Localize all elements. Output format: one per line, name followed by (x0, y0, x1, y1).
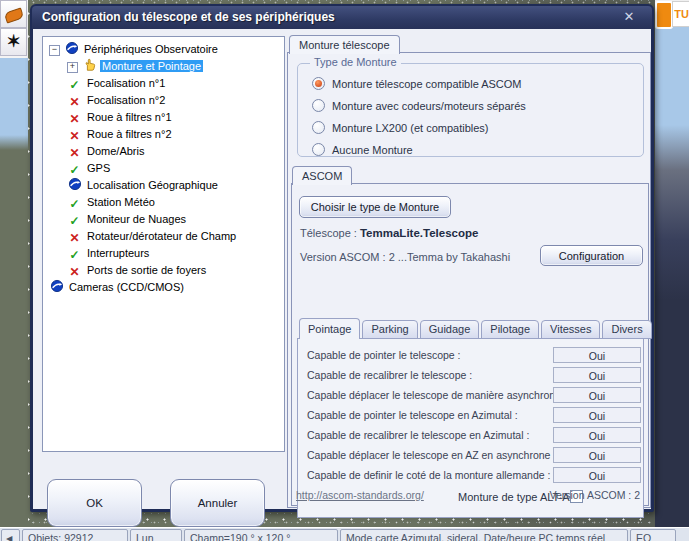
monture-telescope-page: Type de Monture Monture télescope compat… (287, 52, 651, 508)
capability-value: Oui (553, 367, 641, 383)
cross-icon: ✕ (69, 146, 79, 160)
capability-label: Capable de pointer le telescope en Azimu… (307, 409, 518, 421)
capability-tabs: PointageParkingGuidagePilotageVitessesDi… (299, 318, 654, 338)
tree-item-label: Monture et Pointage (100, 60, 203, 72)
configuration-button[interactable]: Configuration (540, 245, 643, 266)
ascom-standards-link[interactable]: http://ascom-standards.org/ (296, 489, 424, 501)
cross-icon: ✕ (69, 265, 79, 279)
tree-item[interactable]: ✕Dome/Abris (43, 143, 284, 160)
tree-item[interactable]: ✓Moniteur de Nuages (43, 211, 284, 228)
tree-item[interactable]: ✕Roue à filtres n°1 (43, 109, 284, 126)
status-arrow-icon: ◄ (1, 529, 20, 541)
choose-mount-type-button[interactable]: Choisir le type de Monture (299, 196, 451, 218)
config-dialog: Configuration du télescope et de ses pér… (30, 4, 654, 512)
tab-divers[interactable]: Divers (602, 320, 651, 339)
orange-tool-icon[interactable] (655, 1, 673, 29)
tab-guidage[interactable]: Guidage (420, 320, 480, 339)
capability-row: Capable déplacer le telescope de manière… (307, 387, 567, 404)
tree-item[interactable]: ✕Rotateur/dérotateur de Champ (43, 228, 284, 245)
capability-value: Oui (553, 387, 641, 403)
tree-item-label: Roue à filtres n°2 (85, 128, 174, 140)
tab-pointage[interactable]: Pointage (299, 318, 360, 339)
telescope-line: Télescope : TemmaLite.Telescope (300, 227, 478, 239)
right-edge-strip: TU (655, 0, 689, 541)
tree-item-label: GPS (85, 162, 112, 174)
cross-icon: ✕ (69, 129, 79, 143)
capability-label: Capable déplacer le telescope en AZ en a… (307, 449, 556, 461)
ascom-page: Choisir le type de Monture Télescope : T… (291, 183, 649, 506)
radio-selected-icon[interactable] (312, 77, 325, 90)
check-icon: ✓ (69, 78, 79, 92)
screen: ✶ TU Configuration du télescope et de se… (0, 0, 689, 541)
mount-type-groupbox: Type de Monture Monture télescope compat… (297, 63, 644, 157)
globe-icon (68, 177, 82, 191)
tree-item[interactable]: ✓Focalisation n°1 (43, 75, 284, 92)
close-icon[interactable]: ✕ (620, 9, 638, 24)
tree-item-label: Périphériques Observatoire (82, 43, 220, 55)
status-bar: ◄Objets: 92912LunChamp=190 ° x 120 °Mode… (0, 527, 689, 541)
device-tree: −Périphériques Observatoire+Monture et P… (42, 36, 285, 452)
capability-row: Capable de recalibrer le telescope : (307, 367, 472, 384)
tu-time-icon[interactable]: TU (672, 1, 689, 27)
tree-item-label: Station Météo (85, 196, 157, 208)
capability-value: Oui (553, 447, 641, 463)
cross-icon: ✕ (69, 112, 79, 126)
capability-row: Capable déplacer le telescope en AZ en a… (307, 447, 556, 464)
dialog-body: −Périphériques Observatoire+Monture et P… (33, 30, 651, 509)
cross-icon: ✕ (69, 95, 79, 109)
capability-row: Capable de pointer le telescope : (307, 347, 461, 364)
radio-icon[interactable] (312, 121, 325, 134)
radio-label: Monture télescope compatible ASCOM (332, 77, 522, 91)
status-cell: Champ=190 ° x 120 ° (184, 529, 338, 541)
check-icon: ✓ (69, 214, 79, 228)
tree-item-label: Rotateur/dérotateur de Champ (85, 230, 238, 242)
radio-label: Aucune Monture (332, 143, 413, 157)
capability-value: Oui (553, 347, 641, 363)
tree-item[interactable]: ✓Interrupteurs (43, 245, 284, 262)
tree-item[interactable]: ✕Roue à filtres n°2 (43, 126, 284, 143)
status-cell: Mode carte Azimutal, sideral, Date/heure… (340, 529, 628, 541)
capability-row: Capable de definir le coté de la monture… (307, 467, 550, 484)
left-toolbar-strip: ✶ (0, 0, 28, 541)
telescope-label: Télescope : (300, 227, 357, 239)
tab-parking[interactable]: Parking (362, 320, 417, 339)
tree-item[interactable]: Cameras (CCD/CMOS) (43, 279, 284, 296)
tree-item[interactable]: ✕Focalisation n°2 (43, 92, 284, 109)
capability-value: Oui (553, 467, 641, 483)
black-arrows-icon: ✶ (6, 32, 20, 51)
tree-item[interactable]: ✕Ports de sortie de foyers (43, 262, 284, 279)
expand-box-icon[interactable]: + (67, 62, 78, 73)
tab-pilotage[interactable]: Pilotage (481, 320, 539, 339)
radio-label: Monture LX200 (et compatibles) (332, 121, 489, 135)
ascom-version-line: Version ASCOM : 2 ...Temma by Takahashi (300, 251, 510, 263)
toolbar-button-partial[interactable] (0, 0, 27, 28)
ok-button[interactable]: OK (47, 479, 142, 527)
capability-label: Capable de recalibrer le telescope en Az… (307, 429, 529, 441)
tree-item[interactable]: −Périphériques Observatoire (43, 41, 284, 58)
status-cell: Lun (130, 529, 182, 541)
tree-item-label: Dome/Abris (85, 145, 146, 157)
tree-item-label: Moniteur de Nuages (85, 213, 188, 225)
cancel-button[interactable]: Annuler (170, 479, 265, 527)
tab-monture-telescope[interactable]: Monture télescope (289, 35, 400, 54)
tree-item[interactable]: Localisation Géographique (43, 177, 284, 194)
toolbar-button-arrows[interactable]: ✶ (0, 28, 27, 56)
tree-item[interactable]: ✓GPS (43, 160, 284, 177)
collapse-box-icon[interactable]: − (49, 45, 60, 56)
check-icon: ✓ (69, 163, 79, 177)
dialog-titlebar[interactable]: Configuration du télescope et de ses pér… (32, 6, 652, 29)
tab-ascom[interactable]: ASCOM (292, 166, 352, 185)
tree-item-label: Ports de sortie de foyers (85, 264, 208, 276)
tree-item[interactable]: ✓Station Météo (43, 194, 284, 211)
radio-icon[interactable] (312, 143, 325, 156)
tree-item-label: Focalisation n°1 (85, 77, 167, 89)
globe-icon (50, 279, 64, 293)
tab-vitesses[interactable]: Vitesses (541, 320, 600, 339)
radio-label: Monture avec codeurs/moteurs séparés (332, 99, 526, 113)
tree-item[interactable]: +Monture et Pointage (43, 58, 284, 75)
ascom-version-text: Version ASCOM : 2 (550, 489, 640, 501)
capability-label: Capable de recalibrer le telescope : (307, 369, 472, 381)
orange-swoosh-icon (3, 7, 24, 23)
radio-icon[interactable] (312, 99, 325, 112)
tree-item-label: Focalisation n°2 (85, 94, 167, 106)
